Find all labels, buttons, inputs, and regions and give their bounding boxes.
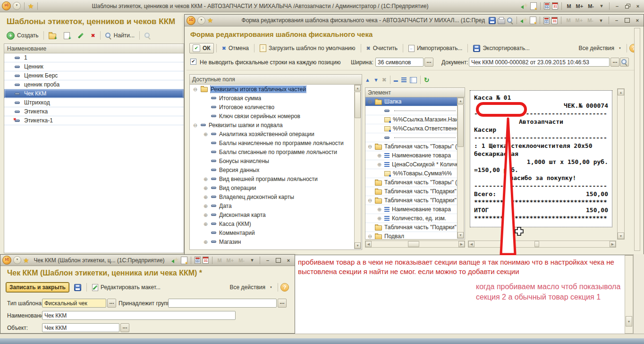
- calculator-icon[interactable]: [195, 257, 201, 264]
- memory-mplus-button[interactable]: M+: [575, 3, 585, 9]
- expand-icon[interactable]: [367, 198, 373, 203]
- expand-icon[interactable]: [203, 203, 208, 209]
- print-icon[interactable]: [498, 18, 505, 24]
- add-favorite-icon[interactable]: [530, 2, 537, 10]
- tree-item[interactable]: Вид внешней программы лояльности: [190, 174, 354, 183]
- calculator-icon[interactable]: [544, 2, 550, 9]
- fields-scrollbar[interactable]: ▲ ▼: [354, 85, 361, 249]
- import-button[interactable]: Импортировать...: [406, 44, 465, 53]
- onec-logo-icon[interactable]: [186, 16, 195, 25]
- list-item[interactable]: ценник проба: [4, 80, 184, 89]
- tree-item[interactable]: Касса (ККМ): [190, 219, 354, 228]
- no-fiscal-lines-checkbox[interactable]: [190, 59, 196, 65]
- editor-titlebar[interactable]: Форма редактирования шаблона фискального…: [185, 15, 644, 26]
- type-field[interactable]: Фискальный чек: [42, 299, 106, 308]
- expand-icon[interactable]: [377, 206, 382, 212]
- element-item[interactable]: %%Ссылка.Магазин.Наим: [365, 115, 457, 124]
- window-menu-chevron-icon[interactable]: [197, 17, 205, 25]
- clear-button[interactable]: Очистить: [364, 44, 400, 52]
- close-button[interactable]: ×: [284, 257, 293, 264]
- tree-item[interactable]: Реквизиты итогов табличных частей: [190, 85, 354, 94]
- window-menu-chevron-icon[interactable]: [13, 2, 21, 10]
- tree-item[interactable]: Версия данных: [190, 165, 354, 174]
- tree-item[interactable]: Бонусы начислены: [190, 156, 354, 165]
- element-item[interactable]: Табличная часть "Подарки": [365, 196, 457, 205]
- tree-item[interactable]: Владелец дисконтной карты: [190, 192, 354, 201]
- go-favorite-icon[interactable]: [520, 17, 528, 24]
- favorites-star-icon[interactable]: [207, 17, 213, 24]
- element-item[interactable]: %%Товары.Сумма%%: [365, 169, 457, 178]
- onec-logo-icon[interactable]: [2, 256, 11, 265]
- expand-icon[interactable]: [367, 144, 373, 149]
- group-field[interactable]: [168, 299, 277, 308]
- receipt-hscrollbar[interactable]: ◀ ▶: [468, 241, 616, 248]
- tree-item[interactable]: Итоговая сумма: [190, 94, 354, 103]
- copy-button[interactable]: [61, 31, 73, 40]
- element-item[interactable]: Наименование товара: [365, 151, 457, 160]
- calendar-icon[interactable]: [203, 257, 209, 264]
- create-group-button[interactable]: [46, 31, 59, 40]
- element-item[interactable]: Шапка: [365, 97, 457, 106]
- titlebar-chevron-button[interactable]: ▾: [597, 17, 605, 24]
- expand-icon[interactable]: [203, 194, 208, 200]
- expand-icon[interactable]: [377, 153, 382, 158]
- element-item[interactable]: [365, 133, 457, 142]
- minimize-button[interactable]: –: [263, 257, 272, 264]
- list-item[interactable]: 1: [4, 53, 184, 62]
- element-item[interactable]: %%Ссылка.Ответственны: [365, 124, 457, 133]
- maximize-button[interactable]: [623, 17, 631, 24]
- element-item[interactable]: Табличная часть "Товары" (Ц: [365, 142, 457, 151]
- help-button[interactable]: [280, 283, 289, 292]
- editor-window-scrollbar[interactable]: [634, 28, 640, 251]
- save-button[interactable]: [71, 283, 84, 292]
- element-item[interactable]: Табличная часть "Подарки" (: [365, 187, 457, 196]
- tree-item[interactable]: Вид операции: [190, 183, 354, 192]
- document-open-button[interactable]: [620, 58, 629, 67]
- close-button[interactable]: ×: [633, 17, 642, 24]
- element-item[interactable]: Табличная часть "Подарки" (: [365, 223, 457, 232]
- list-item[interactable]: Штрихкод: [4, 98, 184, 107]
- document-field[interactable]: Чек ККМ 0000-000082 от 23.09.2015 10:46:…: [469, 58, 610, 67]
- expand-icon[interactable]: [203, 239, 208, 245]
- go-favorite-icon[interactable]: [171, 257, 179, 264]
- list-item[interactable]: Этикетка: [4, 107, 184, 116]
- expand-icon[interactable]: [377, 215, 382, 221]
- width-select-button[interactable]: [424, 58, 433, 67]
- expand-icon[interactable]: [203, 176, 208, 182]
- name-field[interactable]: Чек ККМ: [42, 311, 236, 320]
- calendar-icon[interactable]: [551, 17, 558, 24]
- minimize-button[interactable]: –: [613, 2, 621, 10]
- list-item[interactable]: Этикетка-1: [4, 116, 184, 125]
- tree-item[interactable]: Дата: [190, 201, 354, 210]
- element-hscrollbar[interactable]: ◀ ▶: [365, 241, 465, 248]
- memory-mminus-button[interactable]: M-: [237, 258, 246, 263]
- tree-item[interactable]: Баллы списанные по программе лояльности: [190, 147, 354, 156]
- cancel-button[interactable]: Отмена: [219, 44, 252, 52]
- titlebar-chevron-button[interactable]: ▾: [248, 257, 256, 264]
- memory-m-button[interactable]: M: [565, 3, 572, 9]
- app-titlebar[interactable]: Шаблоны этикеток, ценников и чеков ККМ -…: [0, 0, 644, 12]
- element-item[interactable]: Подвал: [365, 232, 457, 239]
- memory-mplus-button[interactable]: M+: [574, 17, 585, 23]
- ok-button[interactable]: ОК: [189, 43, 214, 53]
- tree-item[interactable]: Баллы начисленные по программе лояльност…: [190, 138, 354, 147]
- expand-icon[interactable]: [203, 131, 208, 137]
- list-item[interactable]: Ценник: [4, 62, 184, 71]
- list-item[interactable]: Чек ККМ: [4, 89, 184, 98]
- preview-icon[interactable]: [507, 17, 513, 24]
- export-button[interactable]: Экспортировать...: [470, 44, 533, 53]
- memory-mminus-button[interactable]: M-: [586, 3, 595, 9]
- edit-layout-button[interactable]: Редактировать макет...: [89, 283, 163, 292]
- move-down-icon[interactable]: [373, 77, 379, 83]
- add-table-icon[interactable]: [410, 77, 417, 83]
- create-button[interactable]: Создать: [4, 31, 42, 41]
- calendar-icon[interactable]: [552, 2, 558, 9]
- restore-button[interactable]: [623, 2, 632, 10]
- tree-item[interactable]: Магазин: [190, 237, 354, 246]
- list-item[interactable]: Ценник Берс: [4, 71, 184, 80]
- tree-item[interactable]: Реквизиты шапки и подвала: [190, 120, 354, 129]
- column-header[interactable]: Наименование: [4, 44, 184, 53]
- add-favorite-icon[interactable]: [181, 257, 187, 264]
- go-favorite-icon[interactable]: [521, 3, 528, 9]
- onec-logo-icon[interactable]: [2, 1, 11, 10]
